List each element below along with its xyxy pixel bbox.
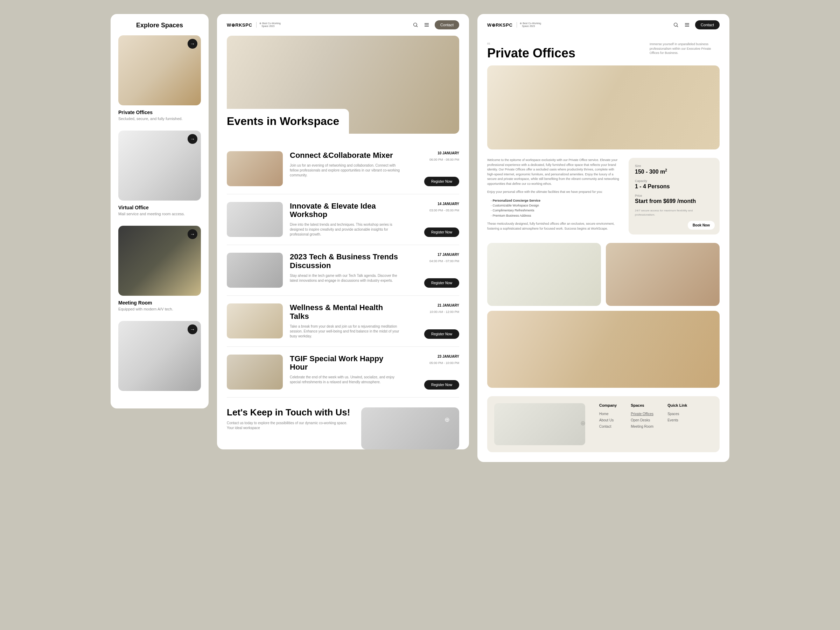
footer-link[interactable]: Open Desks [631, 417, 654, 423]
space-image: → [118, 35, 201, 105]
events-panel: W⊕RKSPC ⊕ Best Co-Working Space 2023 Con… [217, 14, 469, 449]
footer-col-spaces: Spaces Private Offices Open Desks Meetin… [631, 403, 654, 445]
event-time: 03:00 PM - 05:00 PM [429, 208, 459, 212]
price-label: Price [635, 194, 713, 197]
feature-item: Personalized Concierge Service [491, 198, 620, 203]
feature-item: Complimentary Refreshments [491, 208, 620, 213]
svg-line-1 [417, 26, 418, 27]
event-title: Innovate & Elevate Idea Workshop [290, 202, 403, 219]
space-card-meeting-room[interactable]: → Meeting Room Equipped with modern A/V … [118, 226, 201, 311]
event-desc: Take a break from your desk and join us … [290, 324, 403, 339]
price-value: Start from $699 /month [635, 198, 713, 204]
size-label: Size [635, 164, 713, 167]
event-date: 10 JANUARY [437, 151, 459, 155]
register-button[interactable]: Register Now [424, 278, 459, 288]
footer-col-quicklink: Quick Link Spaces Events [668, 403, 687, 445]
event-title: 2023 Tech & Business Trends Discussion [290, 253, 403, 270]
logo-group[interactable]: W⊕RKSPC ⊕ Best Co-Working Space 2023 [227, 22, 281, 28]
logo-group[interactable]: W⊕RKSPC ⊕ Best Co-Working Space 2023 [487, 22, 541, 28]
space-card-private-offices[interactable]: → Private Offices Secluded, secure, and … [118, 35, 201, 121]
footer-image: ⊕ [494, 403, 585, 445]
header: W⊕RKSPC ⊕ Best Co-Working Space 2023 Con… [217, 14, 469, 36]
gallery-image [487, 243, 601, 306]
book-now-button[interactable]: Book Now [688, 221, 715, 230]
footer-col-company: Company Home About Us Contact [599, 403, 617, 445]
register-button[interactable]: Register Now [424, 380, 459, 390]
logo: W⊕RKSPC [487, 22, 512, 28]
footer-link[interactable]: Private Offices [631, 411, 654, 417]
explore-panel: Explore Spaces → Private Offices Seclude… [111, 14, 208, 409]
arrow-icon[interactable]: → [188, 134, 197, 144]
gallery-image [606, 243, 720, 306]
footer-link[interactable]: Meeting Room [631, 423, 654, 430]
event-row: Innovate & Elevate Idea WorkshopDive int… [227, 194, 459, 245]
info-card: Size 150 - 300 m2 Capacity 1 - 4 Persons… [628, 158, 720, 235]
footer-link[interactable]: Spaces [668, 411, 687, 417]
header: W⊕RKSPC ⊕ Best Co-Working Space 2023 Con… [477, 14, 729, 36]
event-image [227, 151, 283, 186]
footer-heading: Spaces [631, 403, 654, 407]
po-paragraph: Enjoy your personal office with the ulti… [487, 190, 620, 194]
page-subtitle: Immerse yourself in unparalleled busines… [650, 42, 720, 55]
events-list: Connect &Collaborate MixerJoin us for an… [217, 134, 469, 407]
size-value: 150 - 300 m2 [635, 168, 713, 175]
register-button[interactable]: Register Now [424, 227, 459, 237]
po-hero-image [487, 65, 720, 150]
footer-link[interactable]: Home [599, 411, 617, 417]
event-date: 14 JANUARY [437, 202, 459, 206]
svg-line-6 [677, 26, 678, 27]
space-image: → [118, 226, 201, 296]
space-card-virtual-office[interactable]: → Virtual Office Mail service and meetin… [118, 131, 201, 216]
space-name: Private Offices [118, 109, 201, 115]
footer-link[interactable]: Contact [599, 423, 617, 430]
footer-heading: Company [599, 403, 617, 407]
event-row: Wellness & Mental Health TalksTake a bre… [227, 296, 459, 346]
event-title: TGIF Special Work Happy Hour [290, 355, 403, 371]
footer-heading: Quick Link [668, 403, 687, 407]
svg-point-5 [674, 23, 677, 26]
explore-title: Explore Spaces [118, 22, 201, 29]
po-paragraph: These meticulously designed, fully furni… [487, 221, 620, 231]
event-row: 2023 Tech & Business Trends DiscussionSt… [227, 245, 459, 296]
event-desc: Celebrate the end of the week with us. U… [290, 375, 403, 385]
arrow-icon[interactable]: → [188, 229, 197, 239]
footer-link[interactable]: About Us [599, 417, 617, 423]
search-icon[interactable] [412, 22, 418, 28]
register-button[interactable]: Register Now [424, 329, 459, 339]
event-image [227, 303, 283, 338]
po-body: Welcome to the epitome of workspace excl… [477, 150, 729, 243]
arrow-icon[interactable]: → [188, 39, 197, 49]
gallery-row [477, 243, 729, 306]
space-card-more[interactable]: → [118, 321, 201, 391]
hero: Events in Workspace [217, 36, 469, 134]
event-title: Connect &Collaborate Mixer [290, 151, 403, 159]
event-date: 23 JANUARY [437, 355, 459, 358]
event-date: 17 JANUARY [437, 253, 459, 257]
footer-link[interactable]: Events [668, 417, 687, 423]
space-desc: Equipped with modern A/V tech. [118, 307, 201, 311]
event-image [227, 253, 283, 288]
feature-item: Customizable Workspace Design [491, 203, 620, 208]
cta-desc: Contact us today to explore the possibil… [227, 421, 354, 431]
menu-icon[interactable] [684, 22, 690, 28]
arrow-icon[interactable]: → [188, 324, 197, 334]
event-time: 06:00 PM - 08:00 PM [429, 158, 459, 161]
feature-item: Premium Business Address [491, 213, 620, 218]
event-date: 21 JANUARY [437, 303, 459, 307]
register-button[interactable]: Register Now [424, 177, 459, 186]
space-desc: Secluded, secure, and fully furnished. [118, 117, 201, 121]
event-image [227, 355, 283, 390]
space-image: → [118, 321, 201, 391]
page-number: 01 [487, 42, 575, 45]
contact-button[interactable]: Contact [435, 20, 459, 29]
po-header: 01Private Offices Immerse yourself in un… [477, 36, 729, 60]
search-icon[interactable] [673, 22, 679, 28]
space-desc: Mail service and meeting room access. [118, 212, 201, 216]
event-desc: Dive into the latest trends and techniqu… [290, 222, 403, 237]
logo-badge: ⊕ Best Co-Working Space 2023 [516, 22, 541, 28]
info-note: 24/7 secure access for maximum flexibili… [635, 208, 713, 216]
contact-button[interactable]: Contact [695, 20, 720, 29]
badge-icon: ⊕ [573, 414, 592, 433]
event-title: Wellness & Mental Health Talks [290, 303, 403, 320]
menu-icon[interactable] [423, 22, 430, 28]
